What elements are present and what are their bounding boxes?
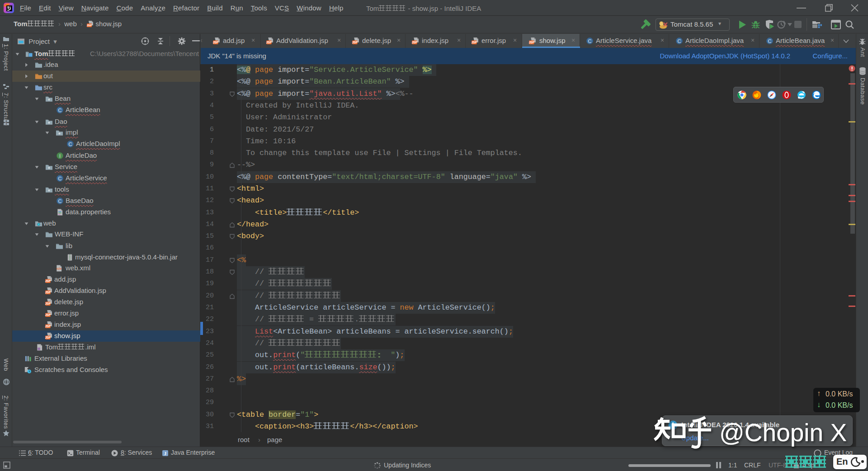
svg-text:</>: </> <box>57 267 62 271</box>
svg-text:JSP: JSP <box>87 24 92 27</box>
svg-text:J: J <box>164 451 166 456</box>
svg-text:@Chopin X: @Chopin X <box>719 419 847 447</box>
